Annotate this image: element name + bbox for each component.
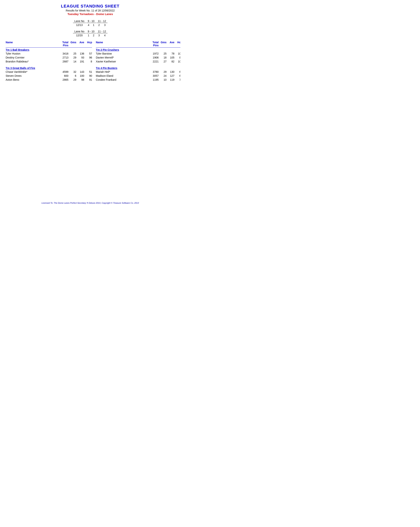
player-pins: 600	[59, 74, 68, 78]
left-team-1-player-2: Destiny Cormier 2713 29 93 96	[6, 56, 92, 60]
right-gms-header: Gms	[159, 41, 167, 47]
right-team-1: Tm 2 Pin Crushers Tyler Barstow 1972 25 …	[96, 48, 180, 64]
lane-date-1: 12/13	[73, 23, 86, 27]
player-ave: 100	[76, 74, 84, 78]
left-team-2-player-1: Chase VanWinkle* 4599 32 143 51	[6, 70, 92, 74]
right-team-2-name: Tm 4 Pin Busters	[96, 66, 180, 70]
player-hcp: 8	[84, 60, 92, 64]
left-gms-header: Gms	[68, 41, 76, 47]
player-gms: 24	[159, 74, 167, 78]
left-team-2-player-2: Steven Drees 600 6 100 90	[6, 74, 92, 78]
right-team-2-player-3: Coralee Frankard 1195 10 119 72	[96, 78, 180, 82]
lane-val-2c: 3	[96, 34, 102, 37]
standings-panels: Name TotalPins Gms Ave Hcp Tm 1 Ball Bre…	[6, 41, 175, 85]
player-ave: 127	[167, 74, 174, 78]
lane-range-2b: 11 - 12	[96, 30, 108, 33]
lane-date-2: 12/20	[73, 34, 86, 37]
player-gms: 14	[68, 60, 76, 64]
player-name: Madison Eland	[96, 74, 149, 78]
page-header: LEAGUE STANDING SHEET Results for Week N…	[6, 4, 175, 16]
player-pins: 3780	[149, 70, 159, 74]
player-ave: 98	[76, 78, 84, 82]
player-gms: 32	[68, 70, 76, 74]
player-ave: 93	[76, 56, 84, 60]
lane-range-2a: 9 - 10	[86, 30, 96, 33]
right-team-1-name: Tm 2 Pin Crushers	[96, 48, 180, 51]
player-hcp: 51	[84, 70, 92, 74]
player-ave: 119	[167, 78, 174, 82]
page-title: LEAGUE STANDING SHEET	[6, 4, 175, 9]
footer-text: Licensed To: The Dome Lanes Perfect Secr…	[0, 202, 180, 204]
player-ave: 130	[167, 70, 174, 74]
player-pins: 4599	[59, 70, 68, 74]
player-pins: 3057	[149, 74, 159, 78]
player-hcp: 106	[174, 60, 180, 64]
lane-val-2a: 1	[86, 34, 91, 37]
player-ave: 143	[76, 70, 84, 74]
right-team-2-player-1: Mariah Heil* 3780 29 130 63	[96, 70, 180, 74]
right-team-1-player-1: Tyler Barstow 1972 25 78 109	[96, 52, 180, 56]
player-pins: 1906	[149, 56, 159, 60]
right-team-2: Tm 4 Pin Busters Mariah Heil* 3780 29 13…	[96, 66, 180, 82]
player-name: Coralee Frankard	[96, 78, 149, 82]
player-pins: 2221	[149, 60, 159, 64]
left-panel-header: Name TotalPins Gms Ave Hcp	[6, 41, 92, 48]
lane-header-row-1: Lane No 9 - 10 11 - 12	[73, 19, 107, 23]
player-gms: 6	[68, 74, 76, 78]
player-hcp: 65	[174, 74, 180, 78]
lane-range-1b: 11 - 12	[96, 19, 108, 23]
left-team-1-player-3: Brandon Rabideau* 2687 14 191 8	[6, 60, 92, 64]
left-ave-header: Ave	[76, 41, 84, 47]
lane-val-1b: 1	[91, 23, 96, 27]
player-ave: 136	[76, 52, 84, 56]
player-gms: 25	[159, 52, 167, 56]
player-gms: 25	[68, 52, 76, 56]
player-ave: 82	[167, 60, 174, 64]
player-name: Chase VanWinkle*	[6, 70, 59, 74]
right-ave-header: Ave	[167, 41, 174, 47]
left-team-2: Tm 3 Great Balls of Fire Chase VanWinkle…	[6, 66, 92, 82]
right-panel: Name TotalPins Gms Ave Hcp Tm 2 Pin Crus…	[96, 41, 180, 85]
player-name: Destiny Cormier	[6, 56, 59, 60]
player-pins: 2687	[59, 60, 68, 64]
right-team-2-player-2: Madison Eland 3057 24 127 65	[96, 74, 180, 78]
lane-range-1a: 9 - 10	[86, 19, 96, 23]
lane-val-1d: 3	[102, 23, 107, 27]
lane-date-row-1: 12/13 4 1 2 3	[73, 23, 107, 27]
player-name: Xavier Kartheiser	[96, 60, 149, 64]
left-team-1-player-1: Tyler Huston 3416 25 136 57	[6, 52, 92, 56]
lane-val-1a: 4	[86, 23, 91, 27]
player-name: Tyler Barstow	[96, 52, 149, 56]
player-hcp: 90	[84, 74, 92, 78]
lane-label-1: Lane No	[73, 19, 86, 23]
right-team-1-player-2: Davien Merrell* 1906 18 105 85	[96, 56, 180, 60]
player-gms: 10	[159, 78, 167, 82]
left-team-2-name: Tm 3 Great Balls of Fire	[6, 66, 92, 70]
left-total-header: TotalPins	[59, 41, 68, 47]
standings-container: Name TotalPins Gms Ave Hcp Tm 1 Ball Bre…	[6, 41, 175, 85]
lane-val-1c: 2	[96, 23, 102, 27]
left-team-1-name: Tm 1 Ball Breakers	[6, 48, 92, 51]
right-panel-header: Name TotalPins Gms Ave Hcp	[96, 41, 180, 48]
player-hcp: 63	[174, 70, 180, 74]
lane-date-row-2: 12/20 1 2 3 4	[73, 34, 107, 37]
league-name: Tuesday Tornadoes - Dome Lanes	[6, 12, 175, 16]
player-ave: 78	[167, 52, 174, 56]
player-gms: 27	[159, 60, 167, 64]
player-gms: 29	[68, 56, 76, 60]
left-hcp-header: Hcp	[84, 41, 92, 47]
right-total-header: TotalPins	[149, 41, 159, 47]
left-name-header: Name	[6, 41, 59, 47]
lane-schedule: Lane No 9 - 10 11 - 12 12/13 4 1 2 3 Lan…	[73, 19, 108, 37]
player-hcp: 72	[174, 78, 180, 82]
player-name: Tyler Huston	[6, 52, 59, 56]
left-team-2-player-3: Axton Beno 2865 29 98 91	[6, 78, 92, 82]
player-gms: 29	[159, 70, 167, 74]
lane-val-2d: 4	[102, 34, 107, 37]
player-hcp: 91	[84, 78, 92, 82]
player-hcp: 96	[84, 56, 92, 60]
player-hcp: 109	[174, 52, 180, 56]
week-info: Results for Week No. 11 of 28 12/06/2022	[6, 9, 175, 12]
lane-header-row-2: Lane No 9 - 10 11 - 12	[73, 30, 107, 33]
player-pins: 2865	[59, 78, 68, 82]
